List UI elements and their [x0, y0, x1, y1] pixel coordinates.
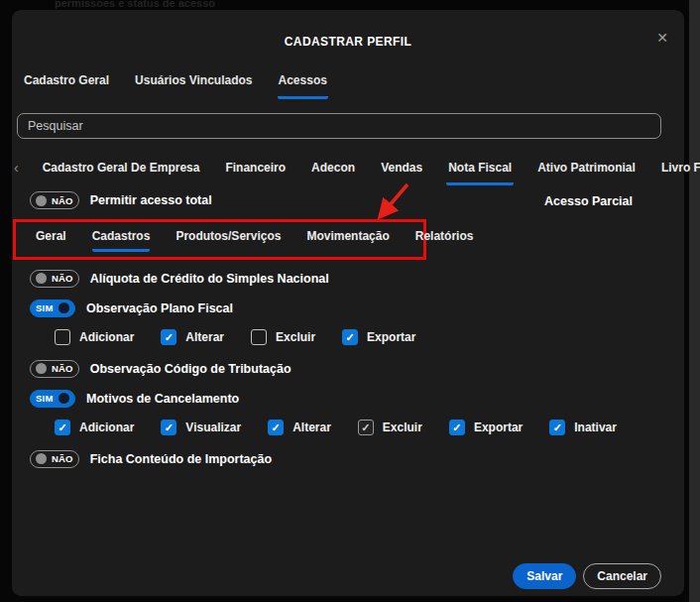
checkbox-label: Inativar — [574, 421, 617, 434]
check-icon: ✓ — [361, 422, 370, 433]
checkbox[interactable]: ✓ — [161, 420, 176, 435]
check-icon: ✓ — [452, 422, 461, 433]
toggle-knob — [36, 195, 47, 206]
subtab-produtos-servicos[interactable]: Produtos/Serviços — [175, 229, 281, 252]
check-icon: ✓ — [165, 422, 174, 433]
checkbox[interactable]: ✓ — [342, 329, 358, 345]
cancel-button[interactable]: Cancelar — [583, 563, 661, 589]
toggle-knob — [58, 393, 69, 404]
catnav-item-nota-fiscal[interactable]: Nota Fiscal — [446, 159, 514, 185]
checkbox[interactable]: ✓ — [268, 420, 284, 435]
checkbox-exportar[interactable]: ✓ Exportar — [342, 329, 415, 345]
checkbox-label: Alterar — [292, 421, 331, 434]
toggle-row-aliquota: NÃO Alíquota de Crédito do Simples Nacio… — [30, 269, 664, 288]
check-icon: ✓ — [272, 422, 281, 433]
checkbox-label: Visualizar — [185, 421, 241, 434]
catnav-item-vendas[interactable]: Vendas — [379, 159, 424, 185]
toggle-state: NÃO — [52, 195, 73, 206]
toggle-state: SIM — [36, 302, 54, 313]
checkbox-inativar[interactable]: ✓ Inativar — [549, 420, 617, 435]
permitir-acesso-total-label: Permitir acesso total — [90, 193, 212, 207]
main-tabs: Cadastro Geral Usuários Vinculados Acess… — [23, 69, 328, 99]
checkbox-alterar[interactable]: ✓ Alterar — [268, 420, 331, 435]
toggle-row-ficha-conteudo: NÃO Ficha Conteúdo de Importação — [30, 449, 664, 468]
search-input[interactable] — [28, 119, 650, 133]
toggle-knob — [36, 363, 47, 374]
catnav-item-adecon[interactable]: Adecon — [309, 159, 357, 185]
checkbox-adicionar[interactable]: ✓ Adicionar — [55, 420, 134, 435]
permission-rows: NÃO Alíquota de Crédito do Simples Nacio… — [30, 269, 664, 479]
checkbox[interactable]: ✓ — [251, 329, 267, 345]
checkbox[interactable]: ✓ — [55, 329, 70, 345]
catnav-item-ativo-patrimonial[interactable]: Ativo Patrimonial — [535, 159, 638, 185]
observacao-plano-fiscal-toggle[interactable]: SIM — [30, 300, 75, 317]
sub-tabs: Geral Cadastros Produtos/Serviços Movime… — [16, 222, 423, 252]
checkbox-adicionar[interactable]: ✓ Adicionar — [55, 329, 134, 345]
observacao-codigo-toggle[interactable]: NÃO — [30, 360, 79, 378]
ficha-conteudo-toggle[interactable]: NÃO — [30, 450, 79, 468]
subtab-relatorios[interactable]: Relatórios — [415, 229, 474, 252]
motivos-cancelamento-toggle[interactable]: SIM — [30, 390, 75, 408]
tab-usuarios-vinculados[interactable]: Usuários Vinculados — [134, 69, 253, 99]
check-icon: ✓ — [345, 332, 354, 343]
checkbox-label: Exportar — [474, 421, 523, 434]
toggle-row-observacao-codigo: NÃO Observação Código de Tributação — [30, 359, 664, 378]
motivos-cancelamento-label: Motivos de Cancelamento — [86, 392, 239, 406]
catnav-item-cadastro-geral-de-empresa[interactable]: Cadastro Geral De Empresa — [41, 159, 202, 185]
checkbox-excluir[interactable]: ✓ Excluir — [358, 420, 422, 435]
checkbox-label: Excluir — [383, 421, 422, 434]
checkbox-excluir[interactable]: ✓ Excluir — [251, 329, 315, 345]
toggle-state: NÃO — [52, 363, 73, 374]
aliquota-toggle[interactable]: NÃO — [30, 270, 79, 288]
permitir-acesso-total-toggle[interactable]: NÃO — [30, 191, 79, 209]
checkbox[interactable]: ✓ — [549, 420, 565, 435]
observacao-codigo-label: Observação Código de Tributação — [90, 362, 292, 376]
plano-fiscal-checkbox-row: ✓ Adicionar ✓ Alterar ✓ Excluir ✓ — [55, 328, 664, 346]
search-box — [17, 113, 661, 139]
toggle-knob — [36, 273, 47, 284]
check-icon: ✓ — [553, 422, 562, 433]
close-icon[interactable]: ✕ — [656, 31, 668, 45]
toggle-state: SIM — [36, 393, 54, 404]
subtab-movimentacao[interactable]: Movimentação — [306, 229, 389, 252]
motivos-cancelamento-checkbox-row: ✓ Adicionar ✓ Visualizar ✓ Alterar ✓ — [55, 419, 664, 436]
checkbox-exportar[interactable]: ✓ Exportar — [449, 420, 523, 435]
tab-cadastro-geral[interactable]: Cadastro Geral — [23, 69, 110, 99]
catnav-item-livro-fiscal[interactable]: Livro Fiscal — [659, 159, 700, 185]
checkbox[interactable]: ✓ — [55, 420, 70, 435]
toggle-state: NÃO — [52, 453, 73, 464]
toggle-row-observacao-plano-fiscal: SIM Observação Plano Fiscal — [30, 299, 664, 317]
save-button[interactable]: Salvar — [513, 563, 576, 589]
aliquota-label: Alíquota de Crédito do Simples Nacional — [90, 272, 329, 286]
category-nav: ‹ Cadastro Geral De Empresa Financeiro A… — [14, 159, 670, 185]
subtab-geral[interactable]: Geral — [36, 229, 66, 252]
check-icon: ✓ — [165, 332, 174, 343]
background-page-text: permissões e status de acesso — [55, 0, 215, 9]
checkbox-label: Adicionar — [79, 421, 134, 434]
checkbox[interactable]: ✓ — [449, 420, 465, 435]
toggle-row-motivos-cancelamento: SIM Motivos de Cancelamento — [30, 389, 664, 408]
tab-acessos[interactable]: Acessos — [278, 69, 328, 99]
checkbox-label: Excluir — [276, 330, 315, 344]
toggle-state: NÃO — [52, 273, 73, 284]
checkbox-alterar[interactable]: ✓ Alterar — [161, 329, 224, 345]
acesso-parcial-label: Acesso Parcial — [544, 194, 633, 208]
red-annotation-box: Geral Cadastros Produtos/Serviços Movime… — [13, 219, 426, 260]
observacao-plano-fiscal-label: Observação Plano Fiscal — [86, 301, 233, 315]
toggle-knob — [36, 453, 47, 464]
modal-title: CADASTRAR PERFIL — [12, 35, 684, 49]
checkbox[interactable]: ✓ — [161, 329, 176, 345]
cadastrar-perfil-modal: CADASTRAR PERFIL ✕ Cadastro Geral Usuári… — [12, 10, 684, 596]
background-page-edge — [689, 0, 700, 602]
toggle-knob — [58, 302, 69, 313]
ficha-conteudo-label: Ficha Conteúdo de Importação — [90, 452, 272, 466]
checkbox[interactable]: ✓ — [358, 420, 374, 435]
checkbox-label: Exportar — [367, 330, 415, 344]
checkbox-label: Adicionar — [79, 330, 134, 344]
modal-footer: Salvar Cancelar — [513, 563, 661, 589]
checkbox-visualizar[interactable]: ✓ Visualizar — [161, 420, 241, 435]
subtab-cadastros[interactable]: Cadastros — [92, 229, 151, 252]
checkbox-label: Alterar — [185, 330, 224, 344]
catnav-item-financeiro[interactable]: Financeiro — [223, 159, 288, 185]
chevron-left-icon[interactable]: ‹ — [14, 159, 19, 176]
